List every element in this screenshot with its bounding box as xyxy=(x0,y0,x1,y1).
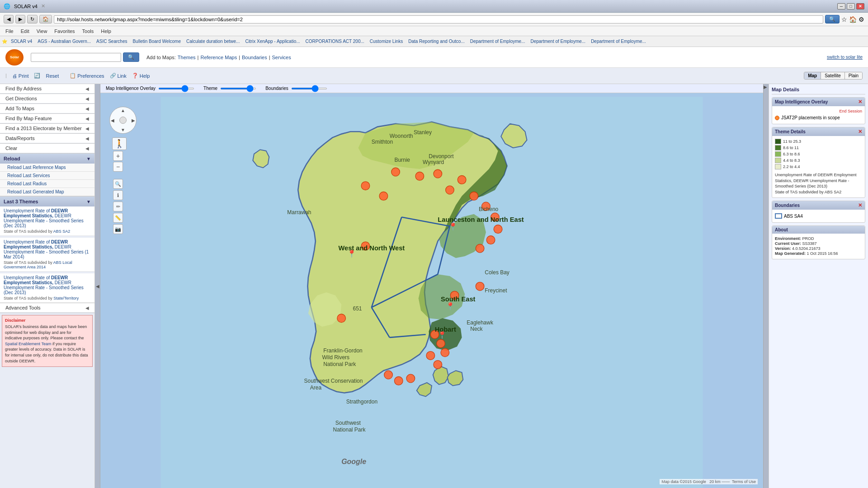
end-session-link[interactable]: End Session xyxy=(775,109,862,113)
map-intelligence-close[interactable]: ✕ xyxy=(858,99,862,105)
pan-control[interactable]: ▲ ▼ ▶ ◀ xyxy=(109,107,137,134)
print-link[interactable]: 🖨 Print xyxy=(12,73,29,79)
ruler-tool[interactable]: 📏 xyxy=(113,213,123,223)
clear-item[interactable]: Clear ◀ xyxy=(0,144,94,153)
reload-services[interactable]: Reload Last Services xyxy=(0,172,94,180)
map-type-plain[interactable]: Plain xyxy=(845,72,862,79)
themes-link[interactable]: Themes xyxy=(178,55,196,60)
left-sidebar-toggle[interactable]: ◀ xyxy=(95,84,100,488)
map-type-map[interactable]: Map xyxy=(804,72,821,79)
fav-dept3[interactable]: Department of Employme... xyxy=(589,38,648,44)
fav-bb[interactable]: Bulletin Board Welcome xyxy=(131,38,183,44)
home-button[interactable]: 🏠 xyxy=(39,15,52,23)
last-themes-header[interactable]: Last 3 Themes ▼ xyxy=(0,197,94,206)
fav-dept2[interactable]: Department of Employme... xyxy=(528,38,587,44)
switch-to-solar-lite-link[interactable]: switch to solar lite xyxy=(827,55,863,60)
settings-button[interactable]: ⚙ xyxy=(859,16,864,23)
theme-link-2[interactable]: Unemployment Rate of DEEWR Employment St… xyxy=(4,239,89,259)
fav-ags[interactable]: AGS - Australian Govern... xyxy=(36,38,93,44)
add-to-maps-label: Add To Maps xyxy=(5,106,34,111)
find-by-feature-arrow: ◀ xyxy=(85,116,89,121)
map-area[interactable]: Map Intelligence Overlay Theme Boundarie… xyxy=(100,84,763,488)
reload-ref-maps[interactable]: Reload Last Reference Maps xyxy=(0,164,94,172)
svg-point-21 xyxy=(415,172,424,181)
refresh-button[interactable]: ↻ xyxy=(27,15,38,23)
maximize-button[interactable]: □ xyxy=(847,3,855,9)
fav-data[interactable]: Data Reporting and Outco... xyxy=(406,38,467,44)
theme-sub-link-1[interactable]: ABS SA2 xyxy=(53,229,71,234)
find-address-section: Find By Address ◀ xyxy=(0,84,94,94)
spatial-enablement-link[interactable]: Spatial Enablement Team xyxy=(5,342,51,346)
fav-asic[interactable]: ASIC Searches xyxy=(94,38,129,44)
fav-calc[interactable]: Calculate duration betwe... xyxy=(184,38,241,44)
zoom-in-button[interactable]: + xyxy=(113,151,123,161)
zoom-out-button[interactable]: − xyxy=(113,162,123,172)
back-button[interactable]: ◀ xyxy=(4,15,14,23)
help-link[interactable]: ❓ Help xyxy=(132,73,150,79)
boundaries-close[interactable]: ✕ xyxy=(858,202,862,208)
link-link[interactable]: 🔗 Link xyxy=(110,73,127,79)
search-tool[interactable]: 🔍 xyxy=(113,179,123,189)
add-to-maps-item[interactable]: Add To Maps ◀ xyxy=(0,104,94,113)
solar-search-input[interactable] xyxy=(31,53,121,62)
menu-edit[interactable]: Edit xyxy=(17,28,33,35)
menu-favorites[interactable]: Favorites xyxy=(51,28,78,35)
solar-search-button[interactable]: 🔍 xyxy=(123,52,139,62)
reference-maps-link[interactable]: Reference Maps xyxy=(200,55,237,60)
data-reports-item[interactable]: Data/Reports ◀ xyxy=(0,134,94,143)
reload-generated[interactable]: Reload Last Generated Map xyxy=(0,188,94,196)
right-panel-toggle[interactable]: ▶ xyxy=(763,84,769,488)
find-address-item[interactable]: Find By Address ◀ xyxy=(0,84,94,94)
add-to-maps-arrow: ◀ xyxy=(85,106,89,111)
theme-sub-link-2[interactable]: ABS Local Government Area 2014 xyxy=(4,260,72,269)
menu-help[interactable]: Help xyxy=(97,28,115,35)
go-button[interactable]: 🔍 xyxy=(825,15,840,23)
forward-button[interactable]: ▶ xyxy=(15,15,25,23)
reload-radius[interactable]: Reload Last Radius xyxy=(0,180,94,188)
pan-south-arrow[interactable]: ▼ xyxy=(121,127,125,132)
pencil-tool[interactable]: ✏ xyxy=(113,202,123,211)
find-by-feature-item[interactable]: Find By Map Feature ◀ xyxy=(0,114,94,123)
address-input[interactable] xyxy=(54,15,823,23)
street-view-button[interactable]: 🚶 xyxy=(112,137,127,150)
fav-corps[interactable]: CORPORATIONS ACT 200... xyxy=(304,38,366,44)
camera-tool[interactable]: 📷 xyxy=(113,224,123,234)
theme-details-close[interactable]: ✕ xyxy=(858,129,862,135)
find-electorate-item[interactable]: Find a 2013 Electorate by Member ◀ xyxy=(0,124,94,133)
map-intelligence-slider[interactable] xyxy=(158,88,194,89)
menu-view[interactable]: View xyxy=(33,28,51,35)
fav-solar[interactable]: SOLAR v4 xyxy=(9,38,34,44)
minimize-button[interactable]: ─ xyxy=(837,3,845,9)
theme-link-3[interactable]: Unemployment Rate of DEEWR Employment St… xyxy=(4,275,84,295)
star-button[interactable]: ☆ xyxy=(841,16,847,23)
pan-west-arrow[interactable]: ◀ xyxy=(111,118,114,123)
close-button[interactable]: ✕ xyxy=(856,3,864,9)
map-type-satellite[interactable]: Satellite xyxy=(821,72,845,79)
reset-link[interactable]: Reset xyxy=(46,73,59,79)
svg-text:Freycinet: Freycinet xyxy=(485,287,507,294)
fav-customize[interactable]: Customize Links xyxy=(368,38,405,44)
theme-link-1[interactable]: Unemployment Rate of DEEWR Employment St… xyxy=(4,208,84,228)
about-body: Environment: PROD Current User: SS3387 V… xyxy=(772,234,865,259)
map-attribution: Map data ©2015 Google 20 km —— Terms of … xyxy=(660,479,758,484)
get-directions-item[interactable]: Get Directions ◀ xyxy=(0,94,94,103)
advanced-tools-item[interactable]: Advanced Tools ◀ xyxy=(0,303,94,313)
menu-file[interactable]: File xyxy=(2,28,17,35)
preferences-link[interactable]: 📋 Preferences xyxy=(70,73,104,79)
pan-east-arrow[interactable]: ▶ xyxy=(132,118,135,123)
pan-north-arrow[interactable]: ▲ xyxy=(121,108,125,113)
fav-dept1[interactable]: Department of Employme... xyxy=(468,38,527,44)
boundaries-link[interactable]: Boundaries xyxy=(242,55,267,60)
services-link[interactable]: Services xyxy=(272,55,291,60)
info-tool[interactable]: ℹ xyxy=(113,190,123,200)
boundaries-slider[interactable] xyxy=(291,88,327,89)
home2-button[interactable]: 🏠 xyxy=(849,16,857,23)
fav-citrix[interactable]: Citrix XenApp - Applicatio... xyxy=(243,38,302,44)
map-overlay-controls: Map Intelligence Overlay Theme Boundarie… xyxy=(100,84,763,93)
theme-slider[interactable] xyxy=(220,88,256,89)
theme-sub-link-3[interactable]: State/Territory xyxy=(53,296,79,300)
menu-tools[interactable]: Tools xyxy=(79,28,98,35)
svg-point-25 xyxy=(361,182,370,190)
reload-header[interactable]: Reload ▼ xyxy=(0,154,94,164)
disclaimer-text: SOLAR's business data and maps have been… xyxy=(5,324,90,364)
